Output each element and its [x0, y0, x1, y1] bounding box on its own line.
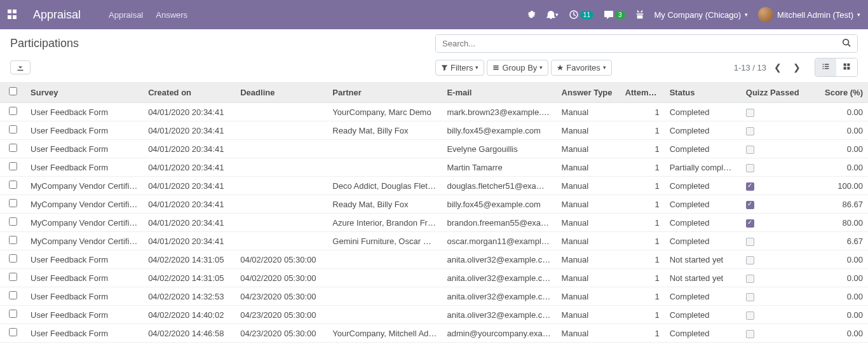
- table-row[interactable]: User Feedback Form 04/02/2020 14:32:53 0…: [0, 287, 868, 306]
- gift-icon[interactable]: [635, 10, 644, 19]
- cell-survey: MyCompany Vendor Certifi…: [25, 177, 143, 195]
- kanban-view-button[interactable]: [836, 58, 857, 76]
- nav-item-appraisal[interactable]: Appraisal: [109, 10, 143, 20]
- cell-answer-type: Manual: [557, 177, 620, 195]
- cell-created: 04/01/2020 20:34:41: [143, 158, 235, 177]
- row-checkbox[interactable]: [9, 199, 17, 207]
- select-all-checkbox[interactable]: [9, 87, 17, 95]
- cell-score: 0.00: [814, 158, 868, 177]
- cell-quizz: [741, 232, 814, 250]
- header-email[interactable]: E-mail: [442, 82, 556, 103]
- pager-next[interactable]: ❯: [789, 61, 804, 74]
- cell-status: Completed: [665, 306, 741, 324]
- chevron-down-icon: ▾: [745, 11, 748, 18]
- row-checkbox[interactable]: [9, 254, 17, 263]
- debug-icon[interactable]: [527, 10, 536, 19]
- activities-icon[interactable]: 11: [569, 10, 593, 20]
- table-row[interactable]: User Feedback Form 04/01/2020 20:34:41 R…: [0, 121, 868, 140]
- cell-quizz: [741, 306, 814, 324]
- row-checkbox[interactable]: [9, 181, 17, 189]
- header-partner[interactable]: Partner: [327, 82, 442, 103]
- table-row[interactable]: User Feedback Form 04/02/2020 14:40:02 0…: [0, 306, 868, 324]
- cell-created: 04/01/2020 20:34:41: [143, 103, 235, 121]
- table-row[interactable]: User Feedback Form 04/02/2020 14:46:58 0…: [0, 324, 868, 343]
- groupby-button[interactable]: Group By ▾: [487, 60, 548, 76]
- cell-survey: User Feedback Form: [25, 269, 143, 287]
- cell-score: 0.00: [814, 324, 868, 343]
- cell-status: Completed: [665, 177, 741, 195]
- cell-attempt: 1: [620, 140, 665, 158]
- table-row[interactable]: User Feedback Form 04/02/2020 14:31:05 0…: [0, 250, 868, 269]
- row-checkbox[interactable]: [9, 144, 17, 152]
- cell-quizz: [741, 177, 814, 195]
- row-checkbox[interactable]: [9, 125, 17, 133]
- cell-created: 04/02/2020 14:40:02: [143, 306, 235, 324]
- user-menu[interactable]: Mitchell Admin (Test) ▾: [758, 7, 860, 22]
- cell-answer-type: Manual: [557, 214, 620, 232]
- cell-email: anita.oliver32@example.com: [442, 306, 556, 324]
- cell-email: anita.oliver32@example.com: [442, 287, 556, 306]
- notifications-icon[interactable]: ▾: [546, 10, 559, 19]
- cell-deadline: [235, 140, 327, 158]
- header-created[interactable]: Created on: [143, 82, 235, 103]
- brand[interactable]: Appraisal: [33, 8, 81, 22]
- control-panel-top: Participations: [10, 34, 858, 53]
- nav-item-answers[interactable]: Answers: [156, 10, 187, 20]
- cell-score: 0.00: [814, 140, 868, 158]
- quizz-checkbox: [746, 256, 754, 264]
- header-answer-type[interactable]: Answer Type: [557, 82, 620, 103]
- cell-answer-type: Manual: [557, 103, 620, 121]
- table-row[interactable]: MyCompany Vendor Certifi… 04/01/2020 20:…: [0, 232, 868, 250]
- activities-badge: 11: [580, 11, 593, 19]
- header-quizz[interactable]: Quizz Passed: [741, 82, 814, 103]
- cell-deadline: [235, 103, 327, 121]
- cell-partner: YourCompany, Marc Demo: [327, 103, 442, 121]
- filters-button[interactable]: Filters ▾: [435, 60, 484, 76]
- company-name: My Company (Chicago): [654, 10, 742, 20]
- header-deadline[interactable]: Deadline: [235, 82, 327, 103]
- table-row[interactable]: User Feedback Form 04/01/2020 20:34:41 M…: [0, 158, 868, 177]
- chevron-down-icon: ▾: [539, 64, 543, 71]
- cell-answer-type: Manual: [557, 269, 620, 287]
- export-button[interactable]: [10, 60, 31, 74]
- table-row[interactable]: User Feedback Form 04/01/2020 20:34:41 Y…: [0, 103, 868, 121]
- header-score[interactable]: Score (%): [814, 82, 868, 103]
- table-row[interactable]: MyCompany Vendor Certifi… 04/01/2020 20:…: [0, 177, 868, 195]
- row-checkbox[interactable]: [9, 107, 17, 115]
- table-row[interactable]: User Feedback Form 04/02/2020 14:31:05 0…: [0, 269, 868, 287]
- cell-partner: [327, 140, 442, 158]
- row-checkbox[interactable]: [9, 162, 17, 170]
- header-attempt[interactable]: Attempt n°: [620, 82, 665, 103]
- cell-partner: Azure Interior, Brandon Fre…: [327, 214, 442, 232]
- table-row[interactable]: User Feedback Form 04/01/2020 20:34:41 E…: [0, 140, 868, 158]
- cell-created: 04/02/2020 14:31:05: [143, 269, 235, 287]
- cell-answer-type: Manual: [557, 195, 620, 214]
- cell-answer-type: Manual: [557, 121, 620, 140]
- apps-icon[interactable]: [8, 10, 18, 20]
- cell-attempt: 1: [620, 232, 665, 250]
- cell-email: anita.oliver32@example.com: [442, 269, 556, 287]
- quizz-checkbox: [746, 109, 754, 117]
- quizz-checkbox: [746, 275, 754, 283]
- row-checkbox[interactable]: [9, 328, 17, 336]
- search-button[interactable]: [836, 35, 857, 52]
- participations-table: Survey Created on Deadline Partner E-mai…: [0, 82, 868, 343]
- row-checkbox[interactable]: [9, 310, 17, 318]
- row-checkbox[interactable]: [9, 291, 17, 299]
- company-switcher[interactable]: My Company (Chicago) ▾: [654, 10, 749, 20]
- table-row[interactable]: MyCompany Vendor Certifi… 04/01/2020 20:…: [0, 214, 868, 232]
- cell-partner: [327, 250, 442, 269]
- list-view-button[interactable]: [815, 58, 836, 76]
- search-input[interactable]: [436, 35, 836, 52]
- header-status[interactable]: Status: [665, 82, 741, 103]
- row-checkbox[interactable]: [9, 273, 17, 281]
- pager-prev[interactable]: ❮: [770, 61, 785, 74]
- table-row[interactable]: MyCompany Vendor Certifi… 04/01/2020 20:…: [0, 195, 868, 214]
- header-survey[interactable]: Survey: [25, 82, 143, 103]
- favorites-button[interactable]: Favorites ▾: [551, 60, 611, 76]
- row-checkbox[interactable]: [9, 217, 17, 226]
- cell-deadline: 04/23/2020 05:30:00: [235, 324, 327, 343]
- control-panel-bottom: Filters ▾ Group By ▾ Favorites ▾ 1-13 / …: [10, 58, 858, 77]
- row-checkbox[interactable]: [9, 236, 17, 244]
- messaging-icon[interactable]: 3: [604, 10, 625, 20]
